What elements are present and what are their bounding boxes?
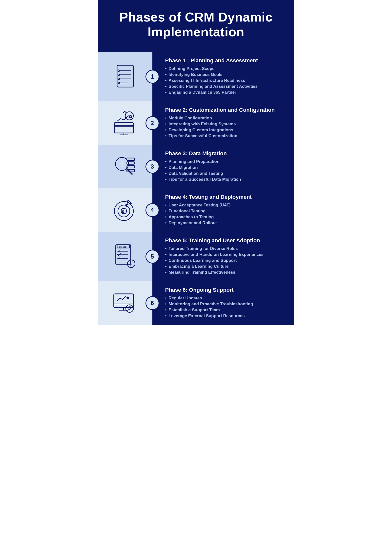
phase-number-6: 6 xyxy=(145,296,159,310)
phase-item: User Acceptance Testing (UAT) xyxy=(165,203,287,208)
phase-content-1: Phase 1 : Planning and Assessment Defini… xyxy=(152,52,294,101)
svg-point-47 xyxy=(126,305,133,312)
phase-item: Specific Planning and Assessment Activit… xyxy=(165,84,287,89)
phase-icon-6 xyxy=(112,289,139,317)
phase-content-4: Phase 4: Testing and Deployment User Acc… xyxy=(152,188,294,232)
phase-items-3: Planning and PreparationData MigrationDa… xyxy=(165,159,287,183)
phase-row-5: PLAN $ 5 Phase 5: Training and User Adop… xyxy=(98,232,294,281)
phase-item: Planning and Preparation xyxy=(165,159,287,164)
phase-items-5: Tailored Training for Diverse RolesInter… xyxy=(165,246,287,276)
header-section: Phases of CRM Dynamic Implementation xyxy=(98,0,294,52)
phase-item: Interactive and Hands-on Learning Experi… xyxy=(165,252,287,257)
phase-icon-2: $ xyxy=(112,109,139,137)
phase-number-5: 5 xyxy=(145,250,159,264)
phase-item: Defining Project Scope xyxy=(165,66,287,71)
svg-point-17 xyxy=(129,115,132,118)
phase-item: Functional Testing xyxy=(165,209,287,214)
phase-row-1: 1 Phase 1 : Planning and Assessment Defi… xyxy=(98,52,294,101)
svg-point-6 xyxy=(118,74,120,76)
svg-point-5 xyxy=(118,70,120,71)
phase-row-4: $ 4 Phase 4: Testing and Deployment User… xyxy=(98,188,294,232)
phase-content-3: Phase 3: Data Migration Planning and Pre… xyxy=(152,145,294,188)
phase-number-1: 1 xyxy=(145,70,159,84)
phase-number-2: 2 xyxy=(145,116,159,130)
svg-rect-42 xyxy=(114,294,133,307)
phase-icon-3 xyxy=(112,153,139,181)
phase-items-1: Defining Project ScopeIdentifying Busine… xyxy=(165,66,287,96)
phase-row-2: $ 2 Phase 2: Customization and Configura… xyxy=(98,101,294,145)
svg-line-15 xyxy=(124,111,126,113)
phase-item: Module Configuration xyxy=(165,116,287,121)
phase-item: Deployment and Rollout xyxy=(165,221,287,225)
phase-item: Integrating with Existing Systems xyxy=(165,122,287,127)
phase-icon-col-2: $ 2 xyxy=(98,101,152,145)
phases-container: 1 Phase 1 : Planning and Assessment Defi… xyxy=(98,52,294,325)
phase-items-2: Module ConfigurationIntegrating with Exi… xyxy=(165,116,287,139)
phase-row-3: 3 Phase 3: Data Migration Planning and P… xyxy=(98,145,294,188)
phase-row-6: 6 Phase 6: Ongoing Support Regular Updat… xyxy=(98,281,294,325)
phase-title-3: Phase 3: Data Migration xyxy=(165,150,287,157)
svg-text:$: $ xyxy=(122,209,124,214)
svg-text:$: $ xyxy=(129,262,131,266)
phase-item: Identifying Business Goals xyxy=(165,72,287,77)
phase-title-5: Phase 5: Training and User Adoption xyxy=(165,237,287,244)
phase-title-6: Phase 6: Ongoing Support xyxy=(165,287,287,293)
phase-item: Data Validation and Testing xyxy=(165,171,287,176)
phase-items-6: Regular UpdatesMonitoring and Proactive … xyxy=(165,296,287,319)
phase-number-4: 4 xyxy=(145,203,159,217)
phase-item: Tailored Training for Diverse Roles xyxy=(165,246,287,251)
phase-icon-col-6: 6 xyxy=(98,281,152,325)
phase-item: Continuous Learning and Support xyxy=(165,258,287,263)
phase-item: Assessing IT Infrastructure Readiness xyxy=(165,78,287,83)
phase-item: Tips for Successful Customization xyxy=(165,133,287,138)
svg-rect-9 xyxy=(114,123,133,133)
phase-icon-col-1: 1 xyxy=(98,52,152,101)
page: Phases of CRM Dynamic Implementation 1 P… xyxy=(98,0,294,325)
phase-item: Measuring Training Effectiveness xyxy=(165,270,287,275)
svg-line-31 xyxy=(126,200,128,206)
phase-item: Engaging a Dynamics 365 Partner xyxy=(165,90,287,95)
phase-items-4: User Acceptance Testing (UAT)Functional … xyxy=(165,203,287,226)
phase-icon-5: PLAN $ xyxy=(112,243,139,271)
phase-item: Embracing a Learning Culture xyxy=(165,264,287,269)
phase-number-3: 3 xyxy=(145,160,159,174)
svg-point-8 xyxy=(118,82,120,84)
svg-rect-10 xyxy=(114,123,133,125)
phase-item: Developing Custom Integrations xyxy=(165,128,287,133)
svg-text:PLAN: PLAN xyxy=(119,246,126,248)
phase-title-4: Phase 4: Testing and Deployment xyxy=(165,194,287,200)
phase-icon-1 xyxy=(112,63,139,91)
phase-item: Establish a Support Team xyxy=(165,308,287,312)
phase-icon-col-3: 3 xyxy=(98,145,152,188)
phase-content-5: Phase 5: Training and User Adoption Tail… xyxy=(152,232,294,281)
phase-item: Approaches to Testing xyxy=(165,215,287,220)
phase-title-1: Phase 1 : Planning and Assessment xyxy=(165,57,287,64)
phase-icon-col-4: $ 4 xyxy=(98,188,152,232)
phase-item: Tips for a Successful Data Migration xyxy=(165,177,287,182)
phase-icon-col-5: PLAN $ 5 xyxy=(98,232,152,281)
svg-text:$: $ xyxy=(128,114,130,118)
phase-icon-4: $ xyxy=(112,196,139,224)
phase-title-2: Phase 2: Customization and Configuration xyxy=(165,107,287,113)
phase-item: Regular Updates xyxy=(165,296,287,301)
phase-content-6: Phase 6: Ongoing Support Regular Updates… xyxy=(152,281,294,325)
page-title: Phases of CRM Dynamic Implementation xyxy=(113,10,279,40)
svg-point-7 xyxy=(118,78,120,80)
svg-rect-21 xyxy=(127,158,134,160)
phase-item: Data Migration xyxy=(165,165,287,170)
svg-line-16 xyxy=(123,111,125,112)
phase-item: Leverage External Support Resources xyxy=(165,313,287,318)
phase-content-2: Phase 2: Customization and Configuration… xyxy=(152,101,294,145)
phase-item: Monitoring and Proactive Troubleshooting xyxy=(165,302,287,307)
svg-rect-43 xyxy=(114,294,133,307)
svg-point-48 xyxy=(127,297,129,298)
